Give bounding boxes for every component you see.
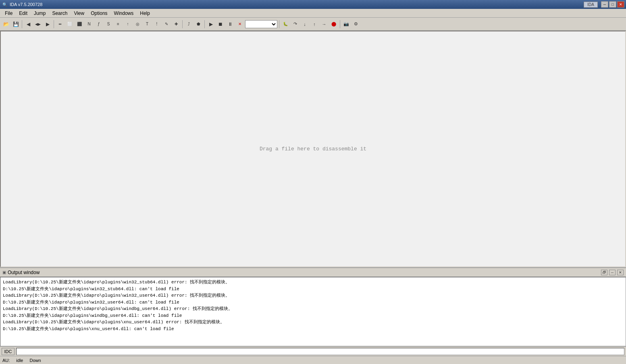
save-button[interactable]: 💾	[11, 20, 20, 29]
maximize-button[interactable]: □	[609, 1, 616, 8]
terminate-button[interactable]: ✕	[235, 20, 244, 29]
output-minimize-button[interactable]: ─	[609, 270, 616, 275]
strings-button[interactable]: S	[104, 20, 113, 29]
selectors-button[interactable]: ↑	[123, 20, 132, 29]
menu-file[interactable]: File	[2, 10, 16, 17]
sep2	[54, 20, 54, 28]
output-window-title: Output window	[8, 270, 599, 275]
debugger-dropdown[interactable]	[245, 20, 277, 28]
drag-hint-text: Drag a file here to disassemble it	[260, 146, 366, 152]
menu-windows[interactable]: Windows	[111, 10, 137, 17]
patches-button[interactable]: ✎	[162, 20, 171, 29]
output-content[interactable]: LoadLibrary(D:\10.25\新建文件夹\idapro\plugin…	[0, 277, 626, 346]
toolbar: 📂 💾 ◀ ◀▶ ▶ ▪▪ ⬜ ⬛ N ƒ S ≡ ↑ ◎ T ! ✎ ✚ ⤴ …	[0, 18, 626, 31]
breakpoint-button[interactable]: ⬤	[329, 20, 338, 29]
menu-options[interactable]: Options	[87, 10, 110, 17]
idc-button[interactable]: IDC	[2, 348, 15, 355]
stop-button[interactable]: ⏹	[216, 20, 225, 29]
step-into-button[interactable]: ↓	[300, 20, 309, 29]
output-line: LoadLibrary(D:\10.25\新建文件夹\idapro\plugin…	[3, 292, 623, 299]
menu-jump[interactable]: Jump	[31, 10, 49, 17]
menu-view[interactable]: View	[71, 10, 87, 17]
sep4	[204, 20, 205, 28]
snapshot-button[interactable]: 📷	[342, 20, 351, 29]
output-line: D:\10.25\新建文件夹\idapro\plugins\xnu_user64…	[3, 326, 623, 333]
idc-area: IDC	[0, 346, 626, 356]
menu-help[interactable]: Help	[137, 10, 153, 17]
sep3	[182, 20, 183, 28]
output-line: LoadLibrary(D:\10.25\新建文件夹\idapro\plugin…	[3, 279, 623, 286]
hex-dump-button[interactable]: ▪▪	[56, 20, 64, 29]
exports-button[interactable]: ⬜	[65, 20, 74, 29]
attach-button[interactable]: 🐛	[281, 20, 290, 29]
cross-ref-button[interactable]: ✚	[172, 20, 181, 29]
back-button[interactable]: ◀	[24, 20, 33, 29]
forward-button[interactable]: ▶	[43, 20, 52, 29]
signature-button[interactable]: ◎	[133, 20, 142, 29]
title-bar: 🔍 IDA v7.5.200728 IDA ─ □ ✕	[0, 0, 626, 9]
hex-flag-button[interactable]: ⬟	[194, 20, 203, 29]
step-out-button[interactable]: ↑	[310, 20, 319, 29]
app-icon: 🔍	[2, 1, 8, 8]
au-label: AU:	[2, 358, 10, 363]
output-header: ▣ Output window 🗗 ─ ✕	[0, 268, 626, 277]
status-bar: AU: idle Down	[0, 356, 626, 364]
step-over-button[interactable]: ↷	[291, 20, 299, 29]
menu-edit[interactable]: Edit	[16, 10, 31, 17]
output-window-icon: ▣	[2, 270, 6, 275]
output-line: LoadLibrary(D:\10.25\新建文件夹\idapro\plugin…	[3, 319, 623, 326]
window-controls: ─ □ ✕	[601, 1, 624, 8]
output-close-button[interactable]: ✕	[617, 270, 624, 275]
output-restore-button[interactable]: 🗗	[601, 270, 607, 275]
menu-search[interactable]: Search	[49, 10, 71, 17]
menu-bar: File Edit Jump Search View Options Windo…	[0, 9, 626, 18]
problems-button[interactable]: !	[152, 20, 161, 29]
functions-button[interactable]: ƒ	[94, 20, 103, 29]
taskbar-item-1[interactable]: IDA	[584, 2, 598, 8]
open-button[interactable]: 📂	[2, 20, 10, 29]
output-section: ▣ Output window 🗗 ─ ✕ LoadLibrary(D:\10.…	[0, 267, 626, 356]
pause-button[interactable]: ⏸	[226, 20, 235, 29]
run-button[interactable]: ▶	[206, 20, 215, 29]
main-workspace[interactable]: Drag a file here to disassemble it	[0, 31, 626, 267]
back-forward-button[interactable]: ◀▶	[33, 20, 42, 29]
title-text: IDA v7.5.200728	[10, 2, 584, 7]
output-line: D:\10.25\新建文件夹\idapro\plugins\windbg_use…	[3, 312, 623, 319]
run-until-button[interactable]: →	[320, 20, 329, 29]
names-button[interactable]: N	[85, 20, 94, 29]
au-status: idle	[16, 358, 23, 363]
settings-button[interactable]: ⚙	[351, 20, 360, 29]
segments-button[interactable]: ≡	[114, 20, 123, 29]
idc-input[interactable]	[16, 348, 624, 355]
output-line: D:\10.25\新建文件夹\idapro\plugins\win32_stub…	[3, 286, 623, 293]
sep1	[22, 20, 22, 28]
output-line: LoadLibrary(D:\10.25\新建文件夹\idapro\plugin…	[3, 306, 623, 312]
type-info-button[interactable]: T	[143, 20, 152, 29]
close-button[interactable]: ✕	[617, 1, 624, 8]
imports-button[interactable]: ⬛	[75, 20, 84, 29]
sep5	[279, 20, 279, 28]
idc-label: IDC	[4, 349, 12, 354]
down-status: Down	[29, 358, 41, 363]
minimize-button[interactable]: ─	[601, 1, 608, 8]
jump-button[interactable]: ⤴	[184, 20, 193, 29]
sep6	[340, 20, 340, 28]
output-line: D:\10.25\新建文件夹\idapro\plugins\win32_user…	[3, 299, 623, 306]
